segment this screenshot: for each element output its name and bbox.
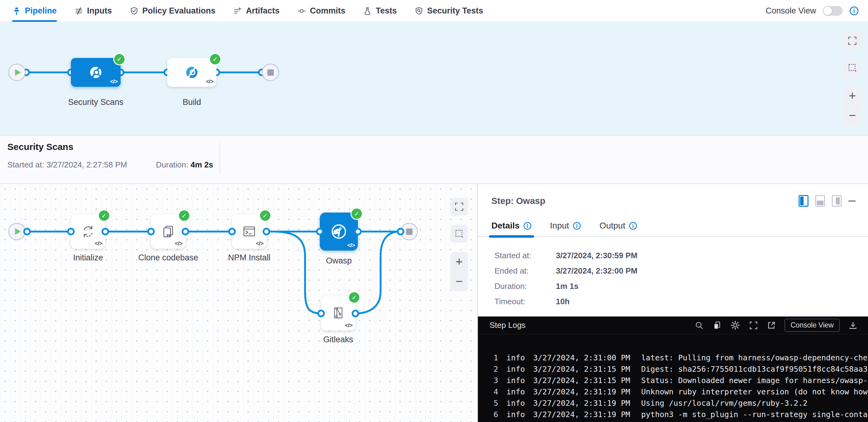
log-level: info xyxy=(506,387,525,396)
step-node-clone-codebase[interactable]: ✓ </> xyxy=(151,215,185,249)
stage-select-area-button[interactable] xyxy=(843,59,861,77)
owasp-icon xyxy=(329,222,348,241)
step-select-area-button[interactable] xyxy=(450,225,468,242)
layout-float-view-button[interactable] xyxy=(832,195,842,207)
log-message: Unknown ruby interpreter version (do not… xyxy=(641,387,868,396)
stage-duration: Duration: 4m 2s xyxy=(156,160,213,170)
divider xyxy=(219,143,220,173)
log-line[interactable]: 2 info 3/27/2024, 2:31:15 PM Digest: sha… xyxy=(485,363,868,375)
step-details-panel: Step: Owasp Details xyxy=(478,184,868,422)
tab-input[interactable]: Input xyxy=(550,221,581,236)
step-logs-header: Step Logs xyxy=(478,317,868,334)
zoom-in-button[interactable]: + xyxy=(450,256,468,268)
console-view-label: Console View xyxy=(766,6,816,15)
success-badge: ✓ xyxy=(349,292,360,303)
search-logs-icon[interactable] xyxy=(694,321,704,330)
log-line[interactable]: 1 info 3/27/2024, 2:31:00 PM latest: Pul… xyxy=(485,352,868,363)
code-icon: </> xyxy=(95,240,102,247)
log-timestamp: 3/27/2024, 2:31:19 PM xyxy=(533,410,635,419)
tab-pipeline[interactable]: Pipeline xyxy=(12,0,57,22)
copy-logs-icon[interactable] xyxy=(712,321,722,330)
marquee-icon xyxy=(848,63,857,72)
console-view-info-icon[interactable] xyxy=(849,6,859,15)
log-line[interactable]: 4 info 3/27/2024, 2:31:19 PM Unknown rub… xyxy=(485,386,868,397)
commits-icon xyxy=(298,7,306,15)
details-info-icon[interactable] xyxy=(523,222,532,230)
step-node-gitleaks[interactable]: ✓ </> xyxy=(321,296,355,331)
step-canvas-controls: + − xyxy=(450,198,468,291)
step-label-gitleaks: Gitleaks xyxy=(306,335,371,345)
tab-commits[interactable]: Commits xyxy=(298,0,346,22)
detail-value: 3/27/2024, 2:32:00 PM xyxy=(556,266,638,276)
open-logs-external-icon[interactable] xyxy=(767,321,776,330)
log-message: Status: Downloaded newer image for harne… xyxy=(641,376,868,385)
tab-artifacts[interactable]: Artifacts xyxy=(233,0,280,22)
log-line[interactable]: 3 info 3/27/2024, 2:31:15 PM Status: Dow… xyxy=(485,375,868,386)
stage-fit-view-button[interactable] xyxy=(843,32,861,50)
npm-install-icon xyxy=(241,224,257,239)
log-level: info xyxy=(506,410,525,419)
stage-end-node[interactable] xyxy=(262,64,279,81)
input-info-icon[interactable] xyxy=(573,222,581,230)
clone-codebase-icon xyxy=(160,224,176,239)
stage-start-node[interactable] xyxy=(8,64,26,81)
code-icon: </> xyxy=(256,240,264,247)
layout-right-view-button[interactable] xyxy=(799,195,808,207)
top-nav: Pipeline Inputs Policy Evaluations xyxy=(0,0,868,22)
minimize-panel-button[interactable] xyxy=(848,200,856,202)
stop-icon xyxy=(267,69,274,76)
output-info-icon[interactable] xyxy=(629,222,637,230)
step-node-owasp[interactable]: ✓ </> xyxy=(320,213,358,251)
step-start-node[interactable] xyxy=(8,223,26,240)
layout-fill xyxy=(800,197,804,205)
log-message: python3 -m sto_plugin --run-strategy sin… xyxy=(641,410,868,419)
artifacts-icon xyxy=(233,7,242,15)
log-level: info xyxy=(506,376,525,385)
nav-tabs: Pipeline Inputs Policy Evaluations xyxy=(12,0,483,22)
success-badge: ✓ xyxy=(210,54,220,64)
log-message: latest: Pulling from harness/owasp-depen… xyxy=(641,353,868,362)
layout-fill xyxy=(836,197,840,204)
logs-console-view-button[interactable]: Console View xyxy=(784,319,840,332)
fullscreen-logs-icon[interactable] xyxy=(749,321,758,330)
tab-details[interactable]: Details xyxy=(491,221,532,236)
tab-output[interactable]: Output xyxy=(599,221,637,236)
log-level: info xyxy=(506,353,525,362)
code-icon: </> xyxy=(206,78,213,85)
log-timestamp: 3/27/2024, 2:31:19 PM xyxy=(533,399,635,408)
stage-title: Security Scans xyxy=(7,142,73,152)
tab-tests[interactable]: Tests xyxy=(363,0,397,22)
zoom-out-button[interactable]: − xyxy=(450,275,468,287)
download-logs-icon[interactable] xyxy=(848,321,858,330)
log-line[interactable]: 6 info 3/27/2024, 2:31:19 PM python3 -m … xyxy=(485,409,868,420)
stage-node-security-scans[interactable]: ✓ </> xyxy=(71,58,121,87)
stage-node-build[interactable]: ✓ </> xyxy=(167,58,216,87)
step-logs-panel: Step Logs xyxy=(478,317,868,422)
detail-label: Started at: xyxy=(494,251,556,260)
step-end-node[interactable] xyxy=(401,223,418,240)
code-icon: </> xyxy=(347,242,355,249)
detail-label: Ended at: xyxy=(494,266,556,276)
detail-value: 3/27/2024, 2:30:59 PM xyxy=(556,251,638,260)
step-node-initialize[interactable]: ✓ </> xyxy=(71,215,105,249)
tab-inputs[interactable]: Inputs xyxy=(74,0,112,22)
tab-label: Commits xyxy=(310,6,346,15)
stage-label-build: Build xyxy=(167,98,216,107)
step-node-npm-install[interactable]: ✓ </> xyxy=(232,215,267,249)
expand-icon xyxy=(455,202,464,211)
zoom-in-button[interactable]: + xyxy=(843,90,861,102)
tab-policy-evaluations[interactable]: Policy Evaluations xyxy=(130,0,216,22)
console-view-toggle[interactable] xyxy=(823,6,842,15)
step-panel-tabs: Details Input Output xyxy=(478,212,868,237)
log-level: info xyxy=(506,399,525,408)
success-badge: ✓ xyxy=(179,210,189,221)
success-badge: ✓ xyxy=(351,208,362,219)
layout-bottom-view-button[interactable] xyxy=(815,195,825,207)
log-line[interactable]: 5 info 3/27/2024, 2:31:19 PM Using /usr/… xyxy=(485,397,868,409)
nav-right: Console View xyxy=(766,0,859,22)
step-fit-view-button[interactable] xyxy=(450,198,468,216)
log-timestamp: 3/27/2024, 2:31:15 PM xyxy=(533,376,635,385)
tab-security-tests[interactable]: Security Tests xyxy=(415,0,484,22)
log-settings-icon[interactable] xyxy=(730,320,740,330)
zoom-out-button[interactable]: − xyxy=(843,109,861,122)
